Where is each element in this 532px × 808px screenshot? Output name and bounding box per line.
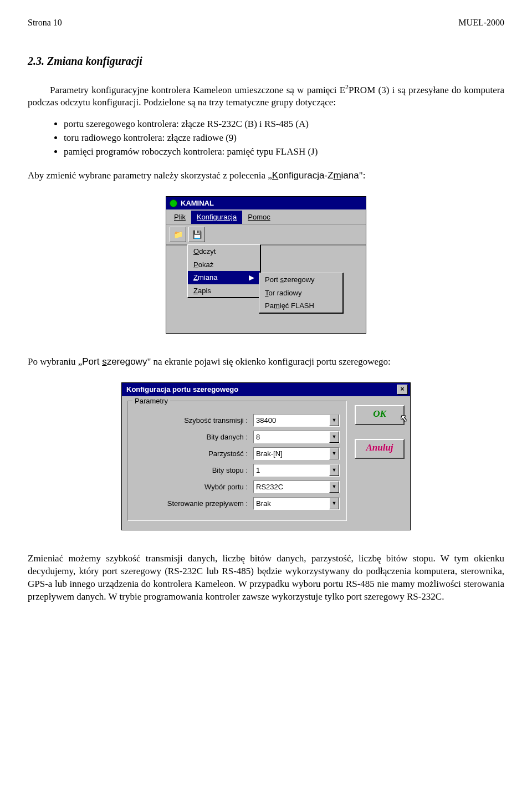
menu-konfiguracja[interactable]: Konfiguracja xyxy=(191,211,242,224)
submenu-port-szeregowy[interactable]: Port szeregowy xyxy=(259,273,342,287)
label-stopbits: Bity stopu : xyxy=(135,466,253,475)
dropdown-port[interactable]: RS232C▼ xyxy=(253,480,340,493)
dialog-intro-paragraph: Po wybraniu „Port szeregowy" na ekranie … xyxy=(28,356,504,369)
chevron-down-icon: ▼ xyxy=(329,431,339,443)
cursor-icon: ↖ xyxy=(400,411,407,426)
list-item: toru radiowego kontrolera: złącze radiow… xyxy=(64,132,504,145)
label-databits: Bity danych : xyxy=(135,432,253,442)
menubar: Plik Konfiguracja Pomoc xyxy=(166,209,366,224)
ok-button[interactable]: OK ↖ xyxy=(355,405,405,425)
menu-odczyt[interactable]: Odczyt xyxy=(188,245,260,258)
serial-config-dialog: Konfiguracja portu szeregowego × Paramet… xyxy=(121,382,411,530)
intro-paragraph: Parametry konfiguracyjne kontrolera Kame… xyxy=(28,83,504,110)
label-flowcontrol: Sterowanie przepływem : xyxy=(135,499,253,509)
submenu-arrow-icon: ▶ xyxy=(249,273,254,283)
list-item: pamięci programów roboczych kontrolera: … xyxy=(64,146,504,158)
section-heading: 2.3. Zmiana konfiguracji xyxy=(28,54,504,69)
groupbox-title: Parametry xyxy=(132,396,170,406)
chevron-down-icon: ▼ xyxy=(329,464,339,476)
instruction-paragraph: Aby zmienić wybrane parametry należy sko… xyxy=(28,170,504,182)
list-item: portu szeregowego kontrolera: złącze RS-… xyxy=(64,118,504,131)
menu-zmiana[interactable]: Zmiana ▶ xyxy=(188,271,260,284)
menu-plik[interactable]: Plik xyxy=(168,211,191,224)
doc-id: MUEL-2000 xyxy=(458,17,504,29)
submenu-tor-radiowy[interactable]: Tor radiowy xyxy=(259,287,342,300)
closing-paragraph: Zmieniać możemy szybkość transmisji dany… xyxy=(28,553,504,604)
dropdown-flowcontrol[interactable]: Brak▼ xyxy=(253,497,340,510)
app-titlebar: KAMINAL xyxy=(166,197,366,210)
bullet-list: portu szeregowego kontrolera: złącze RS-… xyxy=(28,118,504,158)
cancel-button[interactable]: Anuluj xyxy=(355,439,405,459)
menu-zapis[interactable]: Zapis xyxy=(188,284,260,298)
chevron-down-icon: ▼ xyxy=(329,498,339,509)
label-speed: Szybość transmisji : xyxy=(135,416,253,426)
dropdown-speed[interactable]: 38400▼ xyxy=(253,414,340,427)
submenu-pamiec-flash[interactable]: Pamięć FLASH xyxy=(259,299,342,313)
dialog-titlebar: Konfiguracja portu szeregowego × xyxy=(122,383,410,396)
app-title: KAMINAL xyxy=(181,198,214,208)
dialog-title: Konfiguracja portu szeregowego xyxy=(126,385,238,395)
menu-screenshot: KAMINAL Plik Konfiguracja Pomoc 📁 💾 Odcz… xyxy=(166,196,366,334)
dropdown-stopbits[interactable]: 1▼ xyxy=(253,464,340,477)
chevron-down-icon: ▼ xyxy=(329,448,339,459)
menu-pomoc[interactable]: Pomoc xyxy=(242,211,275,224)
parameters-groupbox: Parametry Szybość transmisji : 38400▼ Bi… xyxy=(127,401,347,521)
close-button[interactable]: × xyxy=(397,385,408,395)
toolbar-button[interactable]: 📁 xyxy=(170,227,186,242)
label-port: Wybór portu : xyxy=(135,482,253,492)
label-parity: Parzystość : xyxy=(135,449,253,459)
chevron-down-icon: ▼ xyxy=(329,415,339,426)
toolbar: 📁 💾 xyxy=(166,224,366,246)
dropdown-databits[interactable]: 8▼ xyxy=(253,431,340,443)
toolbar-button[interactable]: 💾 xyxy=(188,227,205,242)
zmiana-submenu: Port szeregowy Tor radiowy Pamięć FLASH xyxy=(259,273,344,314)
chevron-down-icon: ▼ xyxy=(329,481,339,493)
menu-pokaz[interactable]: Pokaż xyxy=(188,258,260,272)
konfiguracja-dropdown: Odczyt Pokaż Zmiana ▶ Zapis Port szerego… xyxy=(187,244,261,298)
page-number: Strona 10 xyxy=(28,17,62,29)
app-icon xyxy=(170,200,177,207)
dropdown-parity[interactable]: Brak-[N]▼ xyxy=(253,447,340,460)
